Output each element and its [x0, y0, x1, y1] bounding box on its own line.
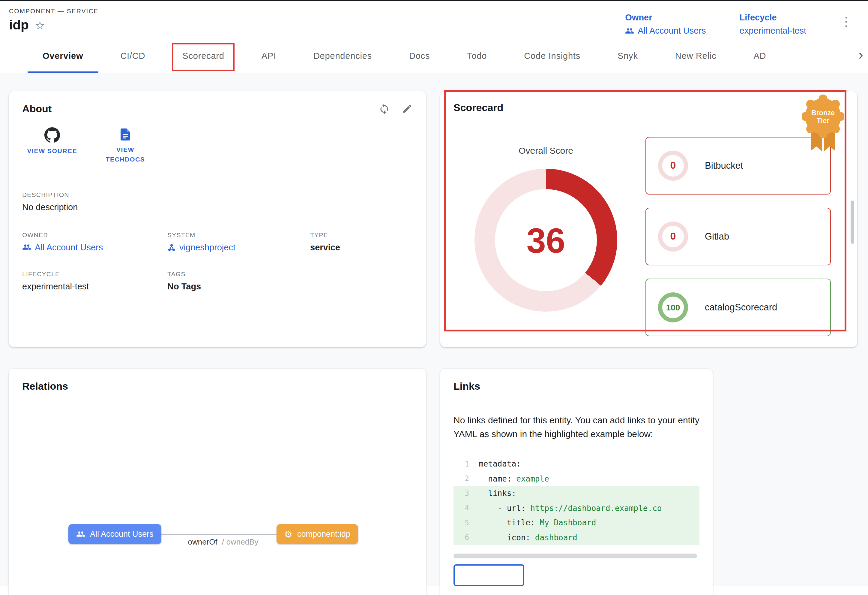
- lifecycle-label-link[interactable]: Lifecycle: [740, 13, 777, 22]
- edge-label-ownedby: / ownedBy: [222, 537, 258, 546]
- kebab-menu-icon[interactable]: ⋮: [840, 12, 852, 29]
- code-line-1: 1metadata:: [453, 457, 700, 471]
- code-line-4: 4 - url: https://dashboard.example.co: [453, 501, 700, 515]
- tags-field: TAGS No Tags: [167, 270, 310, 291]
- owner-label-link[interactable]: Owner: [625, 13, 652, 22]
- pencil-icon: [402, 103, 413, 114]
- people-icon: [22, 243, 31, 252]
- type-field-value: service: [310, 242, 413, 252]
- tab-new-relic[interactable]: New Relic: [657, 39, 735, 73]
- scorecard-item-catalogscorecard[interactable]: 100catalogScorecard: [645, 278, 831, 336]
- view-techdocs-label: VIEW TECHDOCS: [97, 145, 154, 164]
- app-root: COMPONENT — SERVICE idp ☆ Owner All Acco…: [0, 0, 868, 595]
- tab-label: Todo: [467, 51, 487, 61]
- lifecycle-value: experimental-test: [740, 26, 806, 36]
- tab-ad[interactable]: AD: [735, 39, 785, 73]
- links-card: Links No links defined for this entity. …: [440, 369, 713, 595]
- lifecycle-field-label: LIFECYCLE: [22, 270, 167, 277]
- code-line-number: 1: [453, 460, 469, 468]
- relation-node-owner[interactable]: All Account Users: [68, 524, 161, 544]
- links-card-title: Links: [453, 380, 700, 393]
- tab-todo[interactable]: Todo: [449, 39, 505, 73]
- code-line-3: 3 links:: [453, 486, 700, 501]
- people-icon: [625, 26, 634, 35]
- links-empty-message: No links defined for this entity. You ca…: [453, 413, 700, 441]
- top-row: About VIEW SO: [9, 91, 859, 347]
- star-icon[interactable]: ☆: [35, 19, 45, 31]
- code-token-value: dashboard: [535, 533, 577, 542]
- relation-node-component-label: component:idp: [297, 530, 350, 539]
- svg-text:Bronze: Bronze: [811, 109, 835, 117]
- scorecard-item-gitlab[interactable]: 0Gitlab: [645, 208, 831, 265]
- tab-label: Snyk: [617, 51, 638, 61]
- header-right: Owner All Account Users Lifecycle experi…: [625, 7, 852, 36]
- scorecard-card-wrapper: Scorecard: [440, 91, 857, 347]
- scorecard-list-scrollbar[interactable]: [850, 201, 854, 244]
- score-value: 100: [666, 303, 680, 312]
- tabs-scroll-right-icon[interactable]: ›: [856, 46, 868, 65]
- code-token-value: My Dashboard: [540, 518, 596, 527]
- tab-code-insights[interactable]: Code Insights: [505, 39, 599, 73]
- github-icon: [44, 127, 60, 143]
- techdocs-doc-icon: [118, 127, 133, 142]
- tab-label: AD: [753, 51, 766, 61]
- score-value: 0: [670, 231, 676, 243]
- links-action-button-partial[interactable]: [453, 564, 524, 586]
- code-line-2: 2 name: example: [453, 471, 700, 486]
- description-value: No description: [22, 202, 413, 212]
- header-left: COMPONENT — SERVICE idp ☆: [9, 7, 99, 33]
- relations-card-title: Relations: [22, 380, 413, 393]
- yaml-code-block: 1metadata:2 name: example3 links:4 - url…: [453, 457, 700, 545]
- tab-api[interactable]: API: [243, 39, 295, 73]
- tab-label: Docs: [409, 51, 430, 61]
- edge-label-ownerof: ownerOf: [188, 537, 217, 546]
- system-field-value: vigneshproject: [179, 242, 235, 252]
- page-title: idp: [9, 18, 29, 33]
- edit-button[interactable]: [402, 103, 413, 115]
- overall-score-value: 36: [526, 220, 565, 260]
- tags-field-value: No Tags: [167, 281, 310, 291]
- refresh-button[interactable]: [378, 103, 390, 115]
- tab-dependencies[interactable]: Dependencies: [295, 39, 391, 73]
- code-line-number: 5: [453, 519, 469, 527]
- view-source-button[interactable]: VIEW SOURCE: [24, 127, 81, 164]
- score-circle: 0: [658, 151, 688, 181]
- title-row: idp ☆: [9, 18, 99, 33]
- relation-node-component[interactable]: ⚙ component:idp: [276, 524, 358, 544]
- tab-snyk[interactable]: Snyk: [599, 39, 657, 73]
- score-name: catalogScorecard: [705, 302, 777, 313]
- description-field: DESCRIPTION No description: [22, 191, 413, 212]
- owner-value: All Account Users: [638, 26, 706, 36]
- owner-field-link[interactable]: All Account Users: [22, 242, 167, 252]
- relations-graph: All Account Users ⚙ component:idp ownerO…: [22, 395, 413, 593]
- about-card-header: About: [22, 103, 413, 115]
- code-horizontal-scrollbar[interactable]: [453, 553, 697, 558]
- tab-label: New Relic: [675, 51, 716, 61]
- score-circle: 0: [658, 222, 688, 252]
- tab-overview[interactable]: Overview: [24, 39, 102, 73]
- about-card: About VIEW SO: [9, 91, 426, 347]
- scorecard-card: Scorecard: [440, 91, 857, 347]
- code-line-number: 4: [453, 504, 469, 512]
- sync-icon: [378, 103, 390, 115]
- score-circle: 100: [658, 292, 688, 323]
- type-field-label: TYPE: [310, 231, 413, 238]
- tab-label: Code Insights: [524, 51, 580, 61]
- tab-scorecard[interactable]: Scorecard: [164, 39, 243, 73]
- code-token-value: example: [516, 474, 549, 483]
- system-field: SYSTEM vigneshproject: [167, 231, 310, 252]
- tab-label: Dependencies: [313, 51, 372, 61]
- about-card-actions: [378, 103, 413, 115]
- owner-field-label: OWNER: [22, 231, 167, 238]
- tags-field-label: TAGS: [167, 270, 310, 277]
- about-fields-grid: OWNER All Account Users SYSTEM: [22, 231, 413, 291]
- owner-value-link[interactable]: All Account Users: [625, 26, 706, 36]
- view-techdocs-button[interactable]: VIEW TECHDOCS: [97, 127, 154, 164]
- score-name: Bitbucket: [705, 160, 743, 171]
- system-field-link[interactable]: vigneshproject: [167, 242, 310, 252]
- lifecycle-field: LIFECYCLE experimental-test: [22, 270, 167, 291]
- overall-score-label: Overall Score: [518, 145, 573, 155]
- tab-docs[interactable]: Docs: [391, 39, 449, 73]
- score-value: 0: [670, 160, 676, 172]
- tab-ci-cd[interactable]: CI/CD: [102, 39, 164, 73]
